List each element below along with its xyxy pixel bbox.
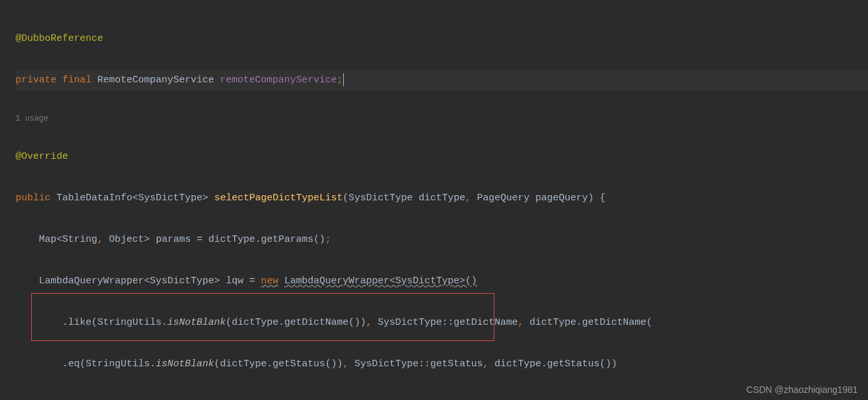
code-line[interactable]: public TableDataInfo<SysDictType> select… xyxy=(16,188,868,209)
field: remoteCompanyService xyxy=(220,75,337,86)
method-name: selectPageDictTypeList xyxy=(214,193,343,204)
code-line[interactable]: .eq(StringUtils.isNotBlank(dictType.getS… xyxy=(16,354,868,375)
code-line[interactable]: @Override xyxy=(16,147,868,167)
code-editor[interactable]: @DubboReference private final RemoteComp… xyxy=(0,0,868,400)
code-line[interactable]: .like(StringUtils.isNotBlank(dictType.ge… xyxy=(16,395,868,400)
type: TableDataInfo xyxy=(56,193,132,204)
annotation: @Override xyxy=(16,151,68,162)
code-line[interactable]: .like(StringUtils.isNotBlank(dictType.ge… xyxy=(16,312,868,333)
code-line[interactable]: Map<String, Object> params = dictType.ge… xyxy=(16,229,868,250)
punct: ; xyxy=(337,75,343,86)
code-line[interactable]: LambdaQueryWrapper<SysDictType> lqw = ne… xyxy=(16,271,868,292)
keyword: public xyxy=(16,193,51,204)
space xyxy=(56,75,62,86)
code-line[interactable]: private final RemoteCompanyService remot… xyxy=(16,70,868,91)
space xyxy=(91,75,97,86)
text-cursor xyxy=(343,73,344,86)
keyword: private xyxy=(16,75,56,86)
code-line[interactable]: @DubboReference xyxy=(16,29,868,49)
keyword-new: new xyxy=(261,276,278,287)
keyword: final xyxy=(62,75,91,86)
space xyxy=(214,75,220,86)
usage-hint[interactable]: 1 usage xyxy=(16,112,868,126)
annotation: @DubboReference xyxy=(16,33,103,44)
type: RemoteCompanyService xyxy=(97,75,214,86)
watermark: CSDN @zhaozhiqiang1981 xyxy=(747,384,858,395)
